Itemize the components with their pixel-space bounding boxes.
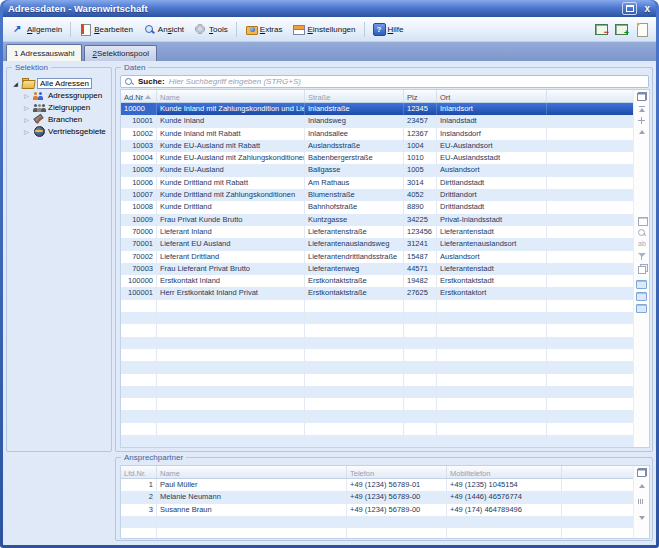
table-add-icon[interactable]	[614, 22, 629, 36]
empty-row	[121, 435, 633, 447]
table-remove-icon[interactable]	[594, 22, 609, 36]
search-input[interactable]: Suche: Hier Suchbegriff eingeben (STRG+S…	[120, 75, 649, 88]
tab-selektionspool[interactable]: 2 Selektionspool	[84, 45, 157, 61]
new-document-icon[interactable]	[634, 22, 649, 36]
scroll-up-icon[interactable]	[639, 484, 645, 488]
table-row[interactable]: 70001Lieferant EU AuslandLieferantenausl…	[121, 238, 633, 250]
cell-name: Kunde Inland mit Rabatt	[157, 128, 305, 140]
expand-icon[interactable]: ▷	[23, 104, 30, 111]
table-row[interactable]: 10002Kunde Inland mit RabattInlandsallee…	[121, 128, 633, 140]
scroll-up-icon[interactable]	[639, 130, 645, 134]
table-row[interactable]: 10004Kunde EU-Ausland mit Zahlungskondit…	[121, 152, 633, 164]
menu-item-extras[interactable]: Extras	[240, 20, 288, 38]
cell-plz: 31241	[404, 238, 437, 250]
address-grid-side-toolbar	[633, 90, 649, 447]
menu-item-allgemein[interactable]: Allgemein	[7, 20, 67, 38]
scroll-top-icon[interactable]	[639, 106, 645, 112]
sidebar-item-alle-adressen[interactable]: ◢Alle Adressen	[12, 77, 109, 89]
list-view-icon-3[interactable]	[636, 304, 647, 313]
table-row[interactable]: 70002Lieferant DrittlandLieferantendritt…	[121, 251, 633, 263]
expand-icon[interactable]: ▷	[23, 92, 30, 99]
copy-icon[interactable]	[637, 264, 647, 273]
scrollbar-handle[interactable]	[638, 499, 646, 504]
expand-icon[interactable]: ▷	[23, 116, 30, 123]
expand-plus-icon[interactable]	[638, 117, 645, 124]
table-row[interactable]: 10006Kunde Drittland mit RabattAm Rathau…	[121, 177, 633, 189]
restore-icon	[626, 5, 634, 12]
table-row[interactable]: 10001Kunde InlandInlandsweg23457Inlandst…	[121, 115, 633, 127]
menu-label-ansicht: Ansicht	[158, 25, 184, 34]
column-header-name[interactable]: Name	[157, 466, 347, 478]
column-chooser-icon[interactable]	[637, 92, 647, 101]
table-row[interactable]: 100001Herr Erstkontakt Inland PrivatErst…	[121, 287, 633, 299]
table-row[interactable]: 10005Kunde EU-AuslandBallgasse1005Auslan…	[121, 164, 633, 176]
daten-groupbox: Daten Suche: Hier Suchbegriff eingeben (…	[115, 67, 653, 452]
table-row[interactable]: 10007Kunde Drittland mit Zahlungskonditi…	[121, 189, 633, 201]
table-row[interactable]: 2Melanie Neumann+49 (1234) 56789-00+49 (…	[121, 491, 633, 503]
cell-filler	[547, 164, 633, 176]
menu-item-einstellungen[interactable]: Einstellungen	[287, 20, 360, 38]
table-row[interactable]: 3Susanne Braun+49 (1234) 56789-00+49 (17…	[121, 504, 633, 516]
cell-adnr: 100001	[121, 287, 157, 299]
restore-button[interactable]	[622, 2, 637, 15]
menu-item-bearbeiten[interactable]: Bearbeiten	[74, 20, 138, 38]
sidebar-item-zielgruppen[interactable]: ▷Zielgruppen	[12, 101, 109, 113]
menu-label-allgemein: Allgemein	[27, 25, 62, 34]
tree-label-branchen: Branchen	[48, 115, 82, 124]
menu-item-tools[interactable]: Tools	[189, 20, 233, 38]
table-row[interactable]: 1Paul Müller+49 (1234) 56789-01+49 (1235…	[121, 479, 633, 491]
cell-strae: Babenbergerstraße	[305, 152, 404, 164]
edit-cells-icon[interactable]	[637, 216, 647, 225]
table-row[interactable]: 70003Frau Lieferant Privat BruttoLiefera…	[121, 263, 633, 275]
expand-icon[interactable]: ▷	[23, 128, 30, 135]
cell-ort: Drittlandort	[437, 189, 547, 201]
column-header-ort[interactable]: Ort	[437, 90, 547, 102]
column-header-label: Ort	[440, 93, 450, 102]
cell-plz: 27625	[404, 287, 437, 299]
table-row[interactable]: 10009Frau Privat Kunde BruttoKuntzgasse3…	[121, 214, 633, 226]
column-header-lfdnr[interactable]: Lfd.Nr.	[121, 466, 157, 478]
cell-ort: EU-Auslandsstadt	[437, 152, 547, 164]
cell-filler	[547, 189, 633, 201]
cell-strae: Ballgasse	[305, 164, 404, 176]
sidebar-item-branchen[interactable]: ▷Branchen	[12, 113, 109, 125]
column-header-mobiltelefon[interactable]: Mobiltelefon	[447, 466, 562, 478]
table-row[interactable]: 10003Kunde EU-Ausland mit RabattAuslands…	[121, 140, 633, 152]
sidebar-item-adressgruppen[interactable]: ▷Adressgruppen	[12, 89, 109, 101]
cell-adnr: 70000	[121, 226, 157, 238]
column-header-name[interactable]: Name	[157, 90, 305, 102]
filter-icon[interactable]	[637, 252, 647, 261]
column-header-plz[interactable]: Plz	[404, 90, 437, 102]
empty-row	[121, 528, 633, 538]
grid-search-icon[interactable]	[637, 228, 647, 237]
address-groups-icon	[33, 90, 45, 100]
tab-adressauswahl[interactable]: 1 Adressauswahl	[6, 44, 82, 61]
cell-name: Kunde Drittland mit Zahlungskonditionen	[157, 189, 305, 201]
table-row[interactable]: 100000Erstkontakt InlandErstkontaktstraß…	[121, 275, 633, 287]
column-header-adnr[interactable]: Ad.Nr	[121, 90, 157, 102]
cell-name: Lieferant Inland	[157, 226, 305, 238]
cell-strae: Inlandsweg	[305, 115, 404, 127]
column-header-telefon[interactable]: Telefon	[347, 466, 447, 478]
close-button[interactable]: x	[641, 2, 653, 15]
cell-adnr: 10004	[121, 152, 157, 164]
cell-filler	[547, 201, 633, 213]
table-row[interactable]: 10008Kunde DrittlandBahnhofstraße8890Dri…	[121, 201, 633, 213]
window-title: Adressdaten - Warenwirtschaft	[8, 3, 148, 14]
contact-grid-body: Lfd.Nr.NameTelefonMobiltelefon1Paul Müll…	[121, 466, 633, 538]
scroll-down-icon[interactable]	[639, 516, 645, 520]
cell-plz: 3014	[404, 177, 437, 189]
text-format-icon[interactable]	[637, 240, 647, 249]
collapse-icon[interactable]: ◢	[12, 80, 19, 87]
table-row[interactable]: 70000Lieferant InlandLieferantenstraße12…	[121, 226, 633, 238]
list-view-icon-1[interactable]	[636, 280, 647, 289]
cell-filler	[562, 479, 633, 491]
column-header-label: Mobiltelefon	[450, 469, 490, 478]
menu-item-hilfe[interactable]: Hilfe	[368, 20, 409, 38]
menu-item-ansicht[interactable]: Ansicht	[138, 20, 189, 38]
sidebar-item-vertriebsgebiete[interactable]: ▷Vertriebsgebiete	[12, 125, 109, 137]
column-chooser-icon[interactable]	[637, 468, 647, 477]
column-header-strae[interactable]: Straße	[305, 90, 404, 102]
table-row[interactable]: 10000Kunde Inland mit Zahlungskondition …	[121, 103, 633, 115]
list-view-icon-2[interactable]	[636, 292, 647, 301]
